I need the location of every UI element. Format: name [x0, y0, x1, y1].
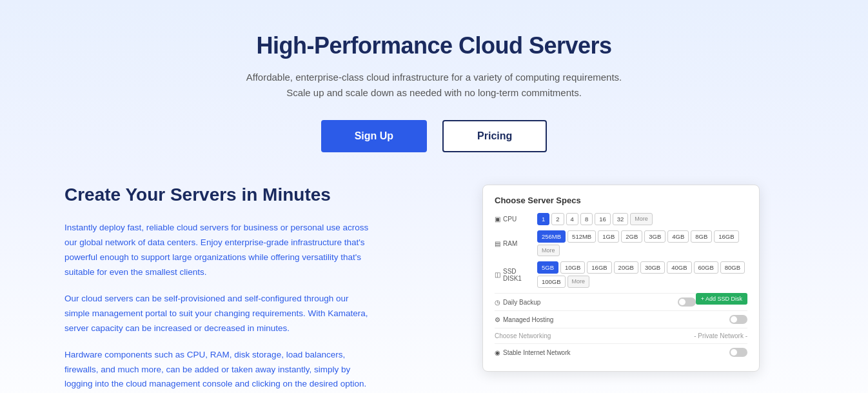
ssd-option-10gb[interactable]: 10GB [560, 261, 585, 274]
cpu-option-2[interactable]: 2 [551, 213, 564, 225]
ram-option-2gb[interactable]: 2GB [621, 230, 642, 243]
ram-options: 256MB 512MB 1GB 2GB 3GB 4GB 8GB 16GB Mor… [537, 230, 747, 256]
ssd-option-16gb[interactable]: 16GB [587, 261, 611, 274]
hero-buttons: Sign Up Pricing [26, 120, 842, 152]
networking-label: Choose Networking [495, 332, 689, 339]
stable-network-label: ◉ Stable Internet Network [495, 349, 724, 356]
ram-option-3gb[interactable]: 3GB [644, 230, 666, 243]
ssd-option-20gb[interactable]: 20GB [614, 261, 638, 274]
cpu-option-32[interactable]: 32 [613, 213, 629, 225]
managed-hosting-icon: ⚙ [495, 316, 500, 323]
paragraph-3: Hardware components such as CPU, RAM, di… [64, 348, 374, 393]
paragraph-2: Our cloud servers can be self-provisione… [64, 292, 374, 336]
ram-option-8gb[interactable]: 8GB [691, 230, 712, 243]
cpu-option-16[interactable]: 16 [595, 213, 611, 225]
ssd-option-40gb[interactable]: 40GB [667, 261, 691, 274]
ram-label: ▤ RAM [495, 240, 533, 247]
ram-more-button[interactable]: More [537, 245, 560, 256]
daily-backup-row: ◷ Daily Backup [495, 293, 696, 310]
ssd-option-30gb[interactable]: 30GB [640, 261, 665, 274]
subtitle-line2: Scale up and scale down as needed with n… [286, 87, 582, 98]
cpu-row: ▣ CPU 1 2 4 8 16 32 More [495, 213, 747, 225]
ram-option-16gb[interactable]: 16GB [714, 230, 738, 243]
add-ssd-button[interactable]: + Add SSD Disk [696, 293, 747, 305]
ssd-icon: ◫ [495, 271, 500, 278]
ssd-options: 5GB 10GB 16GB 20GB 30GB 40GB 60GB 80GB 1… [537, 261, 747, 288]
subtitle-line1: Affordable, enterprise-class cloud infra… [246, 72, 622, 83]
stable-network-icon: ◉ [495, 349, 500, 356]
networking-row: Choose Networking - Private Network - [495, 328, 747, 343]
ssd-option-5gb[interactable]: 5GB [537, 261, 558, 274]
cpu-option-1[interactable]: 1 [537, 213, 549, 225]
section-title: Create Your Servers in Minutes [64, 185, 374, 205]
page-wrapper: High-Performance Cloud Servers Affordabl… [0, 0, 868, 393]
page-title: High-Performance Cloud Servers [26, 32, 842, 59]
cpu-more-button[interactable]: More [630, 213, 653, 225]
cpu-option-8[interactable]: 8 [580, 213, 593, 225]
right-section: Choose Server Specs ▣ CPU 1 2 4 8 16 32 [413, 185, 829, 372]
panel-title: Choose Server Specs [495, 196, 747, 205]
ram-option-4gb[interactable]: 4GB [667, 230, 689, 243]
signup-button[interactable]: Sign Up [321, 120, 427, 152]
ssd-more-button[interactable]: More [567, 276, 590, 288]
cpu-label: ▣ CPU [495, 216, 533, 223]
networking-value: - Private Network - [694, 332, 747, 339]
ram-option-1gb[interactable]: 1GB [598, 230, 619, 243]
ram-row: ▤ RAM 256MB 512MB 1GB 2GB 3GB 4GB 8GB 16… [495, 230, 747, 256]
main-content: Create Your Servers in Minutes Instantly… [0, 185, 868, 393]
pricing-button[interactable]: Pricing [442, 120, 547, 152]
ssd-option-100gb[interactable]: 100GB [537, 276, 566, 288]
cpu-icon: ▣ [495, 216, 500, 223]
stable-network-toggle[interactable] [729, 348, 747, 357]
ssd-option-60gb[interactable]: 60GB [694, 261, 718, 274]
stable-network-row: ◉ Stable Internet Network [495, 343, 747, 361]
paragraph-1: Instantly deploy fast, reliable cloud se… [64, 221, 374, 280]
ssd-label: ◫ SSD DISK1 [495, 268, 533, 282]
daily-backup-icon: ◷ [495, 299, 500, 306]
managed-hosting-toggle[interactable] [729, 315, 747, 324]
server-panel: Choose Server Specs ▣ CPU 1 2 4 8 16 32 [482, 185, 760, 372]
daily-backup-toggle[interactable] [678, 297, 696, 307]
ram-option-512mb[interactable]: 512MB [567, 230, 596, 243]
left-section: Create Your Servers in Minutes Instantly… [64, 185, 374, 393]
hero-section: High-Performance Cloud Servers Affordabl… [0, 19, 868, 172]
cpu-option-4[interactable]: 4 [566, 213, 578, 225]
managed-hosting-label: ⚙ Managed Hosting [495, 316, 724, 323]
hero-subtitle: Affordable, enterprise-class cloud infra… [241, 70, 627, 101]
managed-hosting-row: ⚙ Managed Hosting [495, 310, 747, 328]
daily-backup-label: ◷ Daily Backup [495, 299, 673, 306]
ram-icon: ▤ [495, 240, 500, 247]
ssd-row: ◫ SSD DISK1 5GB 10GB 16GB 20GB 30GB 40GB… [495, 261, 747, 288]
cpu-options: 1 2 4 8 16 32 More [537, 213, 747, 225]
ssd-option-80gb[interactable]: 80GB [720, 261, 745, 274]
ram-option-256mb[interactable]: 256MB [537, 230, 566, 243]
